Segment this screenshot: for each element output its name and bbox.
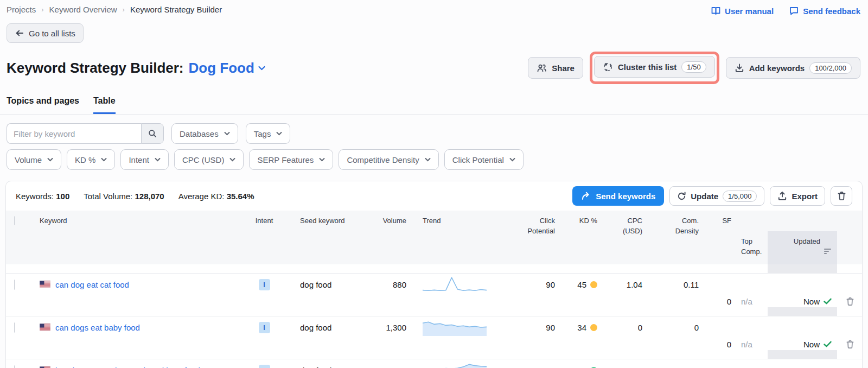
check-icon <box>824 341 832 347</box>
filter-dropdown-intent[interactable]: Intent <box>120 149 169 170</box>
breadcrumb-separator: › <box>41 5 43 14</box>
column-header-trend[interactable]: Trend <box>406 216 489 226</box>
column-header-seed-keyword[interactable]: Seed keyword <box>280 216 367 226</box>
sf-value: 0 <box>642 297 731 306</box>
column-header-top-comp[interactable]: Top Comp. <box>731 237 768 257</box>
row-checkbox[interactable] <box>14 322 15 333</box>
tab-bar: Topics and pagesTable <box>0 84 868 115</box>
go-to-all-lists-button[interactable]: Go to all lists <box>7 23 84 43</box>
intent-badge[interactable]: I <box>259 365 270 368</box>
column-header-volume[interactable]: Volume <box>367 216 406 226</box>
search-button[interactable] <box>141 123 164 144</box>
click-potential-value: 90 <box>489 323 555 332</box>
intent-badge[interactable]: I <box>259 322 270 333</box>
filter-dropdown-tags[interactable]: Tags <box>246 123 291 144</box>
keyword-filter-group <box>7 123 164 144</box>
top-bar: Projects›Keyword Overview›Keyword Strate… <box>0 0 868 16</box>
send-keywords-button[interactable]: Send keywords <box>572 186 664 206</box>
update-button[interactable]: Update 1/5,000 <box>669 186 764 206</box>
keyword-link[interactable]: can dogs eat baby food <box>55 323 140 332</box>
list-name-dropdown[interactable]: Dog Food <box>189 60 265 77</box>
filter-dropdown-serp-features[interactable]: SERP Features <box>249 149 333 170</box>
page-title: Keyword Strategy Builder: Dog Food <box>7 60 265 77</box>
share-button[interactable]: Share <box>528 57 583 79</box>
update-quota-badge: 1/5,000 <box>723 191 757 202</box>
filter-dropdown-label: Intent <box>129 155 149 164</box>
cluster-this-list-label: Cluster this list <box>618 62 676 72</box>
send-keywords-label: Send keywords <box>596 192 655 201</box>
filter-dropdown-label: Click Potential <box>452 155 504 164</box>
seed-keyword: dog food <box>280 366 367 368</box>
filter-dropdown-volume[interactable]: Volume <box>7 149 61 170</box>
column-header-intent[interactable]: Intent <box>248 216 280 226</box>
breadcrumb-item[interactable]: Keyword Overview <box>49 5 117 14</box>
delete-list-button[interactable] <box>831 186 852 206</box>
keyword-link[interactable]: can dog eat cat food <box>55 280 129 289</box>
export-icon <box>777 191 787 201</box>
export-button[interactable]: Export <box>770 186 825 206</box>
click-potential-value: 90 <box>489 366 555 368</box>
average-kd: Average KD: 35.64% <box>178 192 254 201</box>
refresh-icon <box>677 192 686 201</box>
add-keywords-button[interactable]: Add keywords 100/2,000 <box>726 57 860 79</box>
table-row: can dogs eat baby food I dog food 1,300 … <box>6 316 862 350</box>
sf-value: 0 <box>642 340 731 349</box>
column-header-click-potential[interactable]: Click Potential <box>489 216 555 237</box>
top-comp-value: n/a <box>731 340 768 349</box>
keywords-table-card: Keywords: 100 Total Volume: 128,070 Aver… <box>5 181 863 368</box>
table-row: can dog eat cat food I dog food 880 90 4… <box>6 274 862 307</box>
column-header-updated[interactable]: Updated <box>768 231 837 265</box>
column-header-keyword[interactable]: Keyword <box>31 216 248 226</box>
send-feedback-label: Send feedback <box>803 7 860 16</box>
table-row: how long can a dog survive without food … <box>6 359 862 368</box>
row-gap <box>6 350 862 359</box>
chevron-down-icon <box>425 157 431 162</box>
page-title-label: Keyword Strategy Builder: <box>7 60 184 77</box>
export-label: Export <box>792 192 818 201</box>
column-header-sf[interactable]: SF <box>642 216 731 226</box>
chevron-down-icon <box>224 131 230 136</box>
filter-dropdown-databases[interactable]: Databases <box>171 123 238 144</box>
filter-dropdown-competitive-density[interactable]: Competitive Density <box>339 149 438 170</box>
keyword-link[interactable]: how long can a dog survive without food <box>55 366 200 368</box>
click-potential-value: 90 <box>489 280 555 289</box>
chevron-down-icon <box>155 157 161 162</box>
column-header-cpc[interactable]: CPC (USD) <box>597 216 642 237</box>
delete-row-button[interactable] <box>846 340 854 349</box>
cluster-quota-badge: 1/50 <box>681 61 706 73</box>
user-manual-label: User manual <box>725 7 774 16</box>
updated-value: Now <box>768 340 837 349</box>
select-all-checkbox[interactable] <box>14 216 15 225</box>
book-icon <box>711 6 721 16</box>
com-density-value: 0 <box>642 323 731 332</box>
chat-icon <box>789 6 799 16</box>
breadcrumb-item[interactable]: Projects <box>7 5 36 14</box>
filter-dropdown-label: CPC (USD) <box>182 155 225 164</box>
filter-dropdown-label: Tags <box>254 129 271 138</box>
com-density-value: 0 <box>642 366 731 368</box>
filter-dropdown-cpc-usd-[interactable]: CPC (USD) <box>174 149 244 170</box>
send-arrow-icon <box>581 192 591 200</box>
update-label: Update <box>691 192 718 201</box>
filter-dropdown-click-potential[interactable]: Click Potential <box>444 149 524 170</box>
tab-topics-and-pages[interactable]: Topics and pages <box>7 96 79 114</box>
breadcrumb-separator: › <box>123 5 125 14</box>
send-feedback-link[interactable]: Send feedback <box>789 6 860 16</box>
chevron-down-icon <box>509 157 515 162</box>
row-checkbox[interactable] <box>14 280 15 290</box>
keyword-filter-input[interactable] <box>7 123 141 144</box>
intent-badge[interactable]: I <box>259 279 270 290</box>
cluster-this-list-button[interactable]: Cluster this list 1/50 <box>594 56 715 78</box>
column-header-kd[interactable]: KD % <box>555 216 597 226</box>
share-label: Share <box>552 64 575 73</box>
row-checkbox[interactable] <box>14 365 15 368</box>
delete-row-button[interactable] <box>846 297 854 306</box>
kd-dot <box>590 324 597 331</box>
user-manual-link[interactable]: User manual <box>711 6 774 16</box>
kd-value: 25 <box>555 366 597 368</box>
trend-sparkline <box>406 361 489 368</box>
add-keywords-label: Add keywords <box>749 64 805 73</box>
download-icon <box>735 63 744 73</box>
tab-table[interactable]: Table <box>93 96 116 114</box>
filter-dropdown-kd-[interactable]: KD % <box>67 149 115 170</box>
